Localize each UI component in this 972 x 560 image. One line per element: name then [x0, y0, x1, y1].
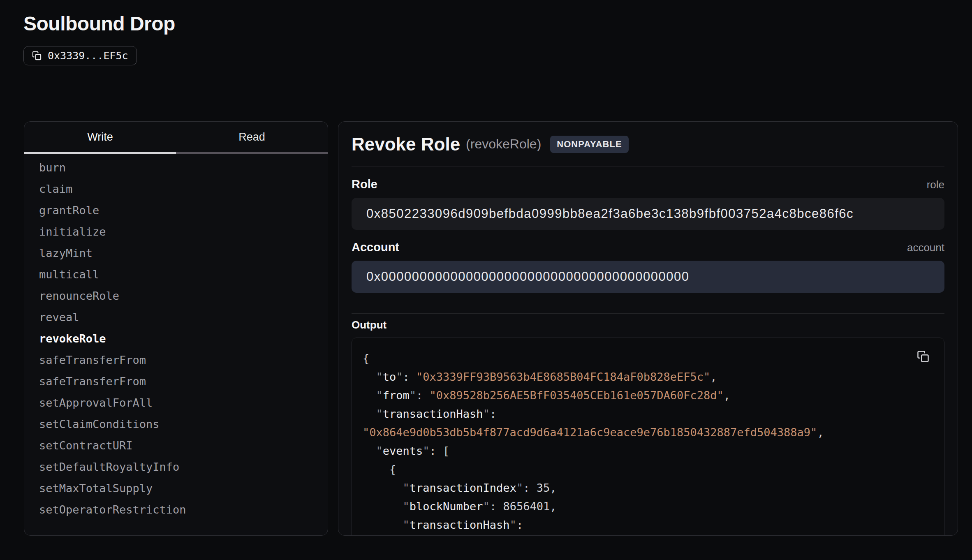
tab-bar: Write Read: [24, 122, 328, 154]
function-list-item[interactable]: setDefaultRoyaltyInfo: [24, 456, 328, 478]
function-list-item[interactable]: lazyMint: [24, 243, 328, 264]
role-input[interactable]: 0x8502233096d909befbda0999bb8ea2f3a6be3c…: [352, 198, 944, 230]
mutability-badge: NONPAYABLE: [550, 136, 628, 153]
function-list-item[interactable]: reveal: [24, 307, 328, 328]
function-list-item[interactable]: setClaimConditions: [24, 414, 328, 435]
role-param-name: role: [927, 178, 944, 191]
function-list-item[interactable]: setMaxTotalSupply: [24, 478, 328, 499]
page-header: Soulbound Drop 0x3339...EF5c: [0, 0, 972, 65]
function-list-item[interactable]: grantRole: [24, 200, 328, 221]
output-code-line: "to": "0x3339FF93B9563b4E8685B04FC184aF0…: [363, 368, 933, 386]
role-field-label: Role: [352, 178, 377, 191]
account-field-label: Account: [352, 241, 399, 254]
output-code-line: "transactionIndex": 35,: [363, 479, 933, 497]
copy-icon: [917, 350, 929, 363]
main-content: Write Read burnclaimgrantRoleinitializel…: [0, 94, 972, 536]
function-list-item[interactable]: setOperatorRestriction: [24, 499, 328, 521]
copy-icon: [32, 51, 42, 60]
detail-header: Revoke Role (revokeRole) NONPAYABLE: [352, 122, 944, 167]
role-input-value: 0x8502233096d909befbda0999bb8ea2f3a6be3c…: [366, 206, 854, 221]
function-signature: (revokeRole): [466, 137, 541, 152]
contract-address-label: 0x3339...EF5c: [48, 50, 128, 62]
function-list: burnclaimgrantRoleinitializelazyMintmult…: [24, 154, 328, 521]
output-code-line: {: [363, 460, 933, 479]
page-title: Soulbound Drop: [23, 12, 949, 35]
function-list-item[interactable]: safeTransferFrom: [24, 371, 328, 392]
function-detail-panel: Revoke Role (revokeRole) NONPAYABLE Role…: [338, 121, 958, 536]
account-input-value: 0x00000000000000000000000000000000000000…: [366, 269, 689, 284]
function-list-item[interactable]: setContractURI: [24, 435, 328, 456]
function-list-panel: Write Read burnclaimgrantRoleinitializel…: [24, 121, 328, 536]
copy-output-button[interactable]: [917, 350, 929, 363]
output-code-line: "events": [: [363, 442, 933, 460]
function-list-item[interactable]: safeTransferFrom: [24, 349, 328, 371]
output-code-line: "transactionHash":: [363, 405, 933, 423]
function-list-item[interactable]: claim: [24, 178, 328, 200]
output-code-line: "from": "0x89528b256AE5BfF035405CEb161e0…: [363, 386, 933, 405]
function-list-item[interactable]: multicall: [24, 264, 328, 285]
role-field-row: Role role: [352, 178, 944, 192]
output-code-line: {: [363, 349, 933, 368]
account-field-row: Account account: [352, 241, 944, 255]
function-list-item[interactable]: setApprovalForAll: [24, 392, 328, 414]
function-list-item[interactable]: burn: [24, 157, 328, 178]
function-list-item[interactable]: revokeRole: [24, 328, 328, 349]
tab-read[interactable]: Read: [176, 122, 328, 154]
output-code: { "to": "0x3339FF93B9563b4E8685B04FC184a…: [363, 349, 933, 534]
output-code-line: "blockNumber": 8656401,: [363, 497, 933, 516]
output-code-line: "transactionHash":: [363, 516, 933, 534]
function-list-item[interactable]: initialize: [24, 221, 328, 243]
function-list-item[interactable]: renounceRole: [24, 285, 328, 307]
tab-write[interactable]: Write: [24, 122, 176, 154]
output-label: Output: [352, 319, 944, 331]
output-code-line: "0x864e9d0b53db5b4f877acd9d6a4121a6c9eac…: [363, 423, 933, 442]
output-code-block: { "to": "0x3339FF93B9563b4E8685B04FC184a…: [352, 338, 944, 536]
account-param-name: account: [907, 241, 944, 254]
output-divider: [352, 313, 944, 314]
contract-address-badge[interactable]: 0x3339...EF5c: [23, 46, 137, 65]
tab-write-label: Write: [87, 131, 113, 143]
function-title: Revoke Role: [352, 134, 460, 155]
account-input[interactable]: 0x00000000000000000000000000000000000000…: [352, 261, 944, 293]
tab-read-label: Read: [238, 131, 265, 143]
